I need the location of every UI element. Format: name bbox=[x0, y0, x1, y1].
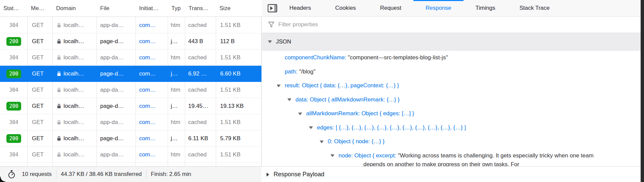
json-key: data: bbox=[295, 96, 310, 103]
network-request-row[interactable]: 200GET localh…page-d…com…j…19.45…19.13 K… bbox=[0, 98, 261, 114]
network-request-row[interactable]: 200GET localh…page-d…com…j…6.11 KB5.79 K… bbox=[0, 130, 261, 147]
initiator-link[interactable]: com… bbox=[139, 54, 156, 61]
json-section-header[interactable]: JSON bbox=[262, 33, 644, 51]
lock-icon bbox=[57, 136, 61, 141]
cell-file: app-da… bbox=[97, 87, 136, 93]
expand-arrow-icon[interactable] bbox=[320, 134, 328, 149]
network-request-row[interactable]: 304GET localh…app-da…com…htmcached1.51 K… bbox=[0, 114, 261, 130]
expand-arrow-icon[interactable] bbox=[309, 121, 317, 135]
cell-size: 6.60 KB bbox=[216, 70, 261, 77]
lock-icon bbox=[57, 152, 61, 157]
performance-analysis-button[interactable] bbox=[7, 170, 16, 179]
request-count: 10 requests bbox=[22, 171, 52, 178]
cell-domain: localh… bbox=[53, 103, 97, 110]
tab-timings[interactable]: Timings bbox=[464, 0, 508, 16]
lock-icon bbox=[57, 87, 61, 93]
cell-status: 200 bbox=[0, 37, 28, 46]
cell-file: app-da… bbox=[97, 22, 136, 29]
network-request-panel: Stat…Me…DomainFileInitiat…TypTrans…Size … bbox=[0, 0, 261, 182]
column-header-size[interactable]: Size bbox=[216, 0, 261, 17]
network-request-row[interactable]: 304GET localh…app-da…com…htmcached1.51 K… bbox=[0, 82, 261, 98]
json-section-label: JSON bbox=[276, 38, 291, 45]
lock-icon bbox=[57, 103, 61, 109]
cell-status: 304 bbox=[0, 87, 28, 93]
tab-stack-trace[interactable]: Stack Trace bbox=[507, 0, 562, 16]
split-pane-toggle-button[interactable] bbox=[267, 0, 277, 16]
status-badge: 200 bbox=[6, 37, 21, 46]
cell-size: 5.79 KB bbox=[216, 135, 261, 142]
cell-type: j… bbox=[168, 135, 185, 142]
cell-initiator: com… bbox=[136, 54, 168, 61]
initiator-link[interactable]: com… bbox=[139, 38, 156, 45]
cell-domain: localh… bbox=[53, 151, 97, 158]
cell-initiator: com… bbox=[136, 22, 168, 29]
initiator-link[interactable]: com… bbox=[139, 70, 156, 77]
initiator-link[interactable]: com… bbox=[139, 22, 156, 29]
column-header-status[interactable]: Stat… bbox=[0, 0, 28, 17]
json-tree-row-result[interactable]: result: Object { data: {…}, pageContext:… bbox=[262, 79, 644, 93]
json-tree-row-edges[interactable]: edges: [ {…}, {…}, {…}, {…}, {…}, {…}, {… bbox=[262, 121, 644, 135]
column-header-file[interactable]: File bbox=[97, 0, 136, 17]
cell-size: 1.51 KB bbox=[216, 87, 261, 93]
initiator-link[interactable]: com… bbox=[139, 87, 156, 93]
json-tree-row-0[interactable]: 0: Object { node: {…} } bbox=[262, 134, 644, 149]
initiator-link[interactable]: com… bbox=[139, 135, 156, 142]
expand-arrow-icon[interactable] bbox=[330, 151, 338, 160]
cell-size: 1.51 KB bbox=[216, 22, 261, 29]
json-value: "component---src-templates-blog-list-js" bbox=[348, 54, 448, 61]
expand-arrow-icon[interactable] bbox=[287, 93, 295, 107]
expand-arrow-icon[interactable] bbox=[277, 79, 285, 93]
column-header-transferred[interactable]: Trans… bbox=[185, 0, 216, 17]
column-header-domain[interactable]: Domain bbox=[53, 0, 97, 17]
initiator-link[interactable]: com… bbox=[139, 151, 156, 158]
tab-request[interactable]: Request bbox=[368, 0, 413, 16]
cell-domain: localh… bbox=[53, 119, 97, 126]
status-badge: 200 bbox=[6, 102, 21, 111]
cell-transferred: 6.11 KB bbox=[185, 135, 216, 142]
tab-headers[interactable]: Headers bbox=[277, 0, 323, 16]
column-header-method[interactable]: Me… bbox=[28, 0, 53, 17]
json-preview: Object { edges: […] } bbox=[361, 110, 414, 117]
cell-size: 1.51 KB bbox=[216, 151, 261, 158]
cell-status: 304 bbox=[0, 119, 28, 125]
cell-method: GET bbox=[28, 135, 53, 142]
network-request-row[interactable]: 304GET localh…app-da…com…htmcached1.51 K… bbox=[0, 17, 261, 33]
filter-properties-input[interactable] bbox=[278, 21, 644, 28]
network-request-row[interactable]: 200GET localh…page-d…com…j…6.92 …6.60 KB bbox=[0, 66, 261, 82]
cell-type: htm bbox=[168, 54, 185, 61]
expand-arrow-icon[interactable] bbox=[298, 107, 306, 121]
cell-file: page-d… bbox=[97, 70, 136, 77]
tab-response[interactable]: Response bbox=[413, 0, 464, 16]
lock-icon bbox=[57, 120, 61, 125]
status-code: 304 bbox=[9, 119, 18, 125]
column-header-type[interactable]: Typ bbox=[168, 0, 185, 17]
cell-method: GET bbox=[28, 151, 53, 158]
json-tree-row-node[interactable]: node: Object { excerpt: "Working across … bbox=[262, 149, 644, 166]
network-request-row[interactable]: 304GET localh…app-da…com…htmcached1.51 K… bbox=[0, 147, 261, 163]
json-key: componentChunkName: bbox=[285, 54, 348, 61]
cell-domain: localh… bbox=[53, 54, 97, 61]
cell-size: 19.13 KB bbox=[216, 103, 261, 110]
cell-type: j… bbox=[168, 103, 185, 110]
json-tree-row-path[interactable]: path: "/blog" bbox=[262, 65, 644, 79]
collapse-arrow-icon[interactable] bbox=[268, 38, 272, 45]
json-tree-row-componentChunkName[interactable]: componentChunkName: "component---src-tem… bbox=[262, 51, 644, 65]
cell-file: app-da… bbox=[97, 119, 136, 126]
network-request-row[interactable]: 304GET localh…app-da…com…htmcached1.51 K… bbox=[0, 50, 261, 66]
initiator-link[interactable]: com… bbox=[139, 103, 156, 110]
column-header-initiator[interactable]: Initiat… bbox=[136, 0, 168, 17]
initiator-link[interactable]: com… bbox=[139, 119, 156, 126]
cell-file: page-d… bbox=[97, 103, 136, 110]
cell-domain: localh… bbox=[53, 87, 97, 93]
network-request-row[interactable]: 200GET localh…page-d…com…j…443 B112 B bbox=[0, 33, 261, 50]
json-string-value: "Working across teams is challenging. It… bbox=[363, 152, 594, 166]
expand-arrow-icon[interactable] bbox=[267, 171, 269, 178]
json-tree-row-allMarkdownRemark[interactable]: allMarkdownRemark: Object { edges: […] } bbox=[262, 107, 644, 121]
response-payload-section[interactable]: Response Payload bbox=[262, 166, 644, 182]
cell-method: GET bbox=[28, 119, 53, 126]
json-tree-row-data[interactable]: data: Object { allMarkdownRemark: {…} } bbox=[262, 93, 644, 107]
cell-domain: localh… bbox=[53, 38, 97, 45]
cell-status: 304 bbox=[0, 55, 28, 61]
json-value: "/blog" bbox=[299, 68, 316, 75]
tab-cookies[interactable]: Cookies bbox=[323, 0, 368, 16]
